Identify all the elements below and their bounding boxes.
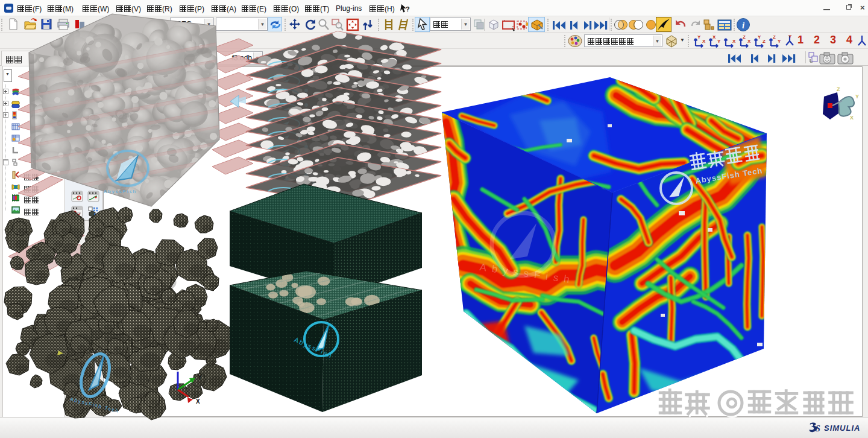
svg-text:SIMULIA: SIMULIA [824,424,860,433]
svg-text:Y: Y [198,374,202,381]
svg-text:AbyssFish: AbyssFish [104,189,137,194]
svg-text:Y: Y [855,94,859,100]
svg-text:Z: Z [837,86,840,92]
svg-text:X: X [196,398,200,405]
svg-text:S: S [816,424,820,433]
svg-text:X: X [850,115,854,121]
